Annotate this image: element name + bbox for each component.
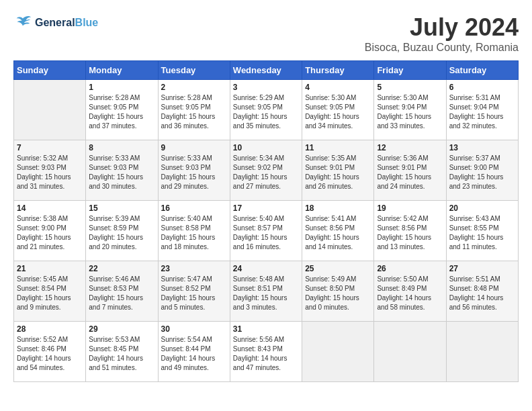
logo: GeneralBlue [13,13,98,32]
weekday-header-wednesday: Wednesday [230,61,302,80]
calendar-table: SundayMondayTuesdayWednesdayThursdayFrid… [13,60,519,382]
day-number: 8 [89,143,154,152]
calendar-cell: 22Sunrise: 5:46 AMSunset: 8:53 PMDayligh… [86,261,158,322]
logo-text: GeneralBlue [35,17,98,29]
weekday-header-friday: Friday [374,61,446,80]
calendar-cell: 16Sunrise: 5:40 AMSunset: 8:58 PMDayligh… [158,201,230,261]
calendar-cell: 25Sunrise: 5:49 AMSunset: 8:50 PMDayligh… [302,261,374,322]
day-number: 10 [233,143,299,152]
day-number: 17 [233,203,299,213]
day-details: Sunrise: 5:56 AMSunset: 8:43 PMDaylight:… [233,335,299,373]
day-details: Sunrise: 5:41 AMSunset: 8:56 PMDaylight:… [305,214,371,252]
day-number: 11 [305,143,371,152]
calendar-cell: 12Sunrise: 5:36 AMSunset: 9:01 PMDayligh… [374,140,446,201]
calendar-cell: 31Sunrise: 5:56 AMSunset: 8:43 PMDayligh… [230,322,302,382]
day-number: 16 [161,203,227,213]
calendar-cell: 5Sunrise: 5:30 AMSunset: 9:04 PMDaylight… [374,80,446,140]
day-details: Sunrise: 5:40 AMSunset: 8:57 PMDaylight:… [233,214,299,252]
day-number: 9 [161,143,227,152]
calendar-cell: 9Sunrise: 5:33 AMSunset: 9:03 PMDaylight… [158,140,230,201]
calendar-cell: 21Sunrise: 5:45 AMSunset: 8:54 PMDayligh… [14,261,86,322]
calendar-cell: 24Sunrise: 5:48 AMSunset: 8:51 PMDayligh… [230,261,302,322]
day-number: 21 [17,264,83,273]
day-details: Sunrise: 5:39 AMSunset: 8:59 PMDaylight:… [89,214,154,252]
day-details: Sunrise: 5:49 AMSunset: 8:50 PMDaylight:… [305,275,371,312]
calendar-cell [302,322,374,382]
day-number: 18 [305,203,371,213]
calendar-cell: 17Sunrise: 5:40 AMSunset: 8:57 PMDayligh… [230,201,302,261]
calendar-cell: 2Sunrise: 5:28 AMSunset: 9:05 PMDaylight… [158,80,230,140]
day-details: Sunrise: 5:30 AMSunset: 9:04 PMDaylight:… [377,93,443,131]
day-number: 14 [17,203,83,213]
day-details: Sunrise: 5:32 AMSunset: 9:03 PMDaylight:… [17,154,83,191]
calendar-cell: 19Sunrise: 5:42 AMSunset: 8:56 PMDayligh… [374,201,446,261]
day-number: 23 [161,264,227,273]
day-details: Sunrise: 5:46 AMSunset: 8:53 PMDaylight:… [89,275,154,312]
calendar-week-row: 14Sunrise: 5:38 AMSunset: 9:00 PMDayligh… [14,201,519,261]
calendar-cell: 26Sunrise: 5:50 AMSunset: 8:49 PMDayligh… [374,261,446,322]
day-number: 1 [89,83,154,92]
day-details: Sunrise: 5:40 AMSunset: 8:58 PMDaylight:… [161,214,227,252]
day-details: Sunrise: 5:30 AMSunset: 9:05 PMDaylight:… [305,93,371,131]
calendar-cell: 15Sunrise: 5:39 AMSunset: 8:59 PMDayligh… [86,201,158,261]
day-number: 5 [377,83,443,92]
day-details: Sunrise: 5:31 AMSunset: 9:04 PMDaylight:… [449,93,515,131]
day-details: Sunrise: 5:47 AMSunset: 8:52 PMDaylight:… [161,275,227,312]
day-details: Sunrise: 5:51 AMSunset: 8:48 PMDaylight:… [449,275,515,312]
calendar-cell: 10Sunrise: 5:34 AMSunset: 9:02 PMDayligh… [230,140,302,201]
day-details: Sunrise: 5:35 AMSunset: 9:01 PMDaylight:… [305,154,371,191]
day-number: 4 [305,83,371,92]
calendar-cell: 13Sunrise: 5:37 AMSunset: 9:00 PMDayligh… [446,140,518,201]
day-details: Sunrise: 5:45 AMSunset: 8:54 PMDaylight:… [17,275,83,312]
weekday-header-tuesday: Tuesday [158,61,230,80]
weekday-header-monday: Monday [86,61,158,80]
calendar-cell: 23Sunrise: 5:47 AMSunset: 8:52 PMDayligh… [158,261,230,322]
day-details: Sunrise: 5:50 AMSunset: 8:49 PMDaylight:… [377,275,443,312]
day-number: 29 [89,324,154,334]
day-number: 30 [161,324,227,334]
day-number: 6 [449,83,515,92]
weekday-header-row: SundayMondayTuesdayWednesdayThursdayFrid… [14,61,519,80]
calendar-cell: 11Sunrise: 5:35 AMSunset: 9:01 PMDayligh… [302,140,374,201]
calendar-week-row: 21Sunrise: 5:45 AMSunset: 8:54 PMDayligh… [14,261,519,322]
calendar-cell [374,322,446,382]
day-details: Sunrise: 5:29 AMSunset: 9:05 PMDaylight:… [233,93,299,131]
day-details: Sunrise: 5:38 AMSunset: 9:00 PMDaylight:… [17,214,83,252]
calendar-cell [446,322,518,382]
calendar-cell: 27Sunrise: 5:51 AMSunset: 8:48 PMDayligh… [446,261,518,322]
day-details: Sunrise: 5:42 AMSunset: 8:56 PMDaylight:… [377,214,443,252]
logo-icon [13,13,32,32]
calendar-cell: 28Sunrise: 5:52 AMSunset: 8:46 PMDayligh… [14,322,86,382]
calendar-cell: 4Sunrise: 5:30 AMSunset: 9:05 PMDaylight… [302,80,374,140]
calendar-cell: 29Sunrise: 5:53 AMSunset: 8:45 PMDayligh… [86,322,158,382]
day-details: Sunrise: 5:28 AMSunset: 9:05 PMDaylight:… [89,93,154,131]
weekday-header-thursday: Thursday [302,61,374,80]
calendar-cell: 14Sunrise: 5:38 AMSunset: 9:00 PMDayligh… [14,201,86,261]
day-number: 20 [449,203,515,213]
calendar-cell [14,80,86,140]
day-details: Sunrise: 5:48 AMSunset: 8:51 PMDaylight:… [233,275,299,312]
day-number: 31 [233,324,299,334]
weekday-header-sunday: Sunday [14,61,86,80]
calendar-cell: 1Sunrise: 5:28 AMSunset: 9:05 PMDaylight… [86,80,158,140]
location-subtitle: Bisoca, Buzau County, Romania [365,42,519,54]
day-number: 22 [89,264,154,273]
calendar-cell: 6Sunrise: 5:31 AMSunset: 9:04 PMDaylight… [446,80,518,140]
calendar-cell: 7Sunrise: 5:32 AMSunset: 9:03 PMDaylight… [14,140,86,201]
day-details: Sunrise: 5:53 AMSunset: 8:45 PMDaylight:… [89,335,154,373]
day-details: Sunrise: 5:33 AMSunset: 9:03 PMDaylight:… [89,154,154,191]
day-details: Sunrise: 5:54 AMSunset: 8:44 PMDaylight:… [161,335,227,373]
day-number: 25 [305,264,371,273]
calendar-cell: 20Sunrise: 5:43 AMSunset: 8:55 PMDayligh… [446,201,518,261]
month-year-title: July 2024 [365,13,519,42]
day-number: 2 [161,83,227,92]
weekday-header-saturday: Saturday [446,61,518,80]
day-details: Sunrise: 5:43 AMSunset: 8:55 PMDaylight:… [449,214,515,252]
day-number: 27 [449,264,515,273]
day-number: 28 [17,324,83,334]
day-number: 7 [17,143,83,152]
calendar-week-row: 7Sunrise: 5:32 AMSunset: 9:03 PMDaylight… [14,140,519,201]
day-details: Sunrise: 5:34 AMSunset: 9:02 PMDaylight:… [233,154,299,191]
calendar-cell: 18Sunrise: 5:41 AMSunset: 8:56 PMDayligh… [302,201,374,261]
title-area: July 2024 Bisoca, Buzau County, Romania [365,13,519,54]
